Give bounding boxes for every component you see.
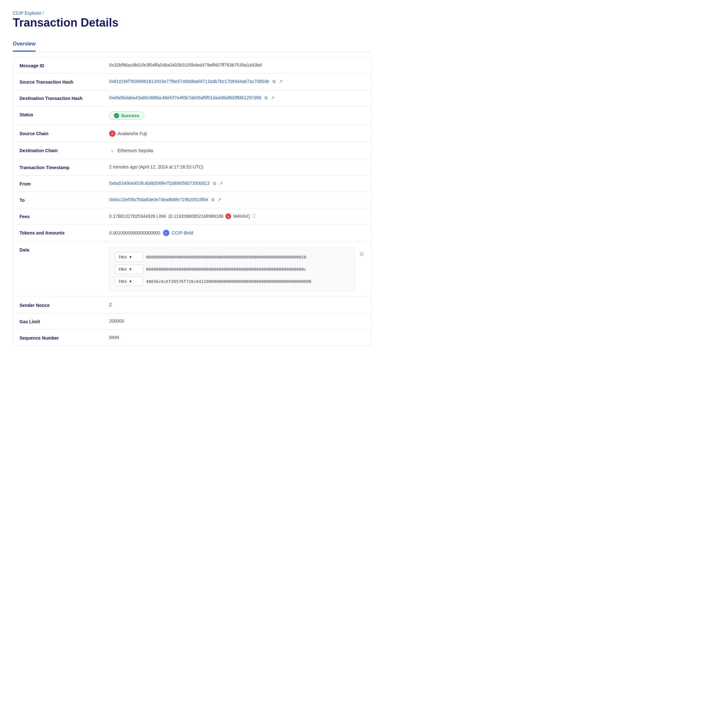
row-timestamp: Transaction Timestamp 2 minutes ago (Apr… [13, 159, 371, 176]
ethereum-icon: ⬨ [109, 147, 116, 154]
timestamp-label: Transaction Timestamp [20, 164, 109, 170]
source-tx-value: 0x8101fef78288981813915e77f8e5746bdba697… [109, 79, 365, 84]
status-text: Success [121, 113, 139, 118]
source-tx-external-icon[interactable]: ↗ [279, 79, 283, 84]
chevron-icon-3: ▾ [129, 279, 132, 284]
row-status: Status ✓ Success [13, 106, 371, 125]
row-data: Data Hex ▾ 00000000000000000000000000000… [13, 242, 371, 297]
source-chain-icon: A Avalanche Fuji [109, 131, 147, 137]
detail-table: Message ID 0x32bf96ac8b01fe3f04ffa548a34… [13, 57, 371, 346]
dest-chain-label: Destination Chain [20, 147, 109, 153]
row-gas-limit: Gas Limit 200000 [13, 313, 371, 330]
fees-value: 0.17881327825344928 LINK (0.119208808521… [109, 213, 365, 219]
chevron-icon-2: ▾ [129, 267, 132, 272]
status-label: Status [20, 112, 109, 117]
ccip-bnm-link[interactable]: CCIP-BnM [172, 230, 193, 235]
source-chain-name: Avalanche Fuji [117, 131, 147, 136]
page-title: Transaction Details [13, 16, 371, 29]
hex-label-2: Hex [119, 267, 127, 272]
dest-tx-copy-icon[interactable]: ⧉ [265, 95, 268, 101]
dest-tx-label: Destination Transaction Hash [20, 95, 109, 101]
source-tx-label: Source Transaction Hash [20, 79, 109, 84]
row-source-chain: Source Chain A Avalanche Fuji [13, 125, 371, 142]
row-fees: Fees 0.17881327825344928 LINK (0.1192088… [13, 208, 371, 225]
data-format-select-1[interactable]: Hex ▾ [114, 252, 143, 262]
source-tx-link[interactable]: 0x8101fef78288981813915e77f8e5746bdba697… [109, 79, 269, 84]
status-check-icon: ✓ [114, 113, 119, 118]
row-dest-chain: Destination Chain ⬨ Ethereum Sepolia [13, 142, 371, 159]
source-chain-label: Source Chain [20, 131, 109, 136]
data-value: Hex ▾ 0000000000000000000000000000000000… [109, 247, 365, 292]
sender-nonce-value: 2 [109, 302, 365, 307]
from-external-icon[interactable]: ↗ [219, 181, 223, 186]
row-sequence-number: Sequence Number 9494 [13, 330, 371, 346]
to-label: To [20, 197, 109, 203]
tokens-value: 0.0010000000000000000 C CCIP-BnM [109, 230, 365, 236]
sequence-number-label: Sequence Number [20, 335, 109, 341]
fees-wavax-label: WAVAX) [233, 214, 250, 219]
breadcrumb-link[interactable]: CCIP Explorer [13, 10, 41, 16]
source-tx-copy-icon[interactable]: ⧉ [272, 79, 276, 84]
row-to: To 0x0cc10ef3fa75da83e0e7dea8b8fe719b205… [13, 192, 371, 208]
message-id-value: 0x32bf96ac8b01fe3f04ffa548a3403b3105b4ed… [109, 62, 365, 68]
data-row-2: Hex ▾ 0000000000000000000000000000000000… [114, 264, 349, 274]
message-id-label: Message ID [20, 62, 109, 68]
dest-chain-value: ⬨ Ethereum Sepolia [109, 147, 365, 154]
tab-bar: Overview [13, 37, 371, 52]
from-label: From [20, 181, 109, 186]
from-address-link[interactable]: 0x6a534904453fc4b6b599fe7f2d6905807350b8… [109, 181, 210, 186]
data-hex-value-2: 0000000000000000000000000000000000000000… [146, 267, 349, 272]
data-format-select-3[interactable]: Hex ▾ [114, 277, 143, 286]
sequence-number-value: 9494 [109, 335, 365, 340]
source-chain-value: A Avalanche Fuji [109, 131, 365, 137]
tab-overview[interactable]: Overview [13, 37, 36, 52]
to-address-link[interactable]: 0x0cc10ef3fa75da83e0e7dea8b8fe719b20515f… [109, 197, 208, 202]
dest-tx-value: 0xefa9bdaba43a60c886bc48efcf7e4f0b7ab09a… [109, 95, 365, 101]
fees-label: Fees [20, 213, 109, 219]
from-copy-icon[interactable]: ⧉ [213, 181, 216, 186]
dest-chain-name: Ethereum Sepolia [117, 148, 153, 153]
chevron-icon-1: ▾ [129, 254, 132, 260]
row-message-id: Message ID 0x32bf96ac8b01fe3f04ffa548a34… [13, 57, 371, 74]
data-format-select-2[interactable]: Hex ▾ [114, 264, 143, 274]
ccip-bnm-icon: C [163, 230, 169, 236]
tokens-amount: 0.0010000000000000000 [109, 230, 161, 235]
row-sender-nonce: Sender Nonce 2 [13, 297, 371, 313]
to-value: 0x0cc10ef3fa75da83e0e7dea8b8fe719b20515f… [109, 197, 365, 202]
fees-wavax-amount: (0.11920880852168966186 [168, 214, 223, 219]
avalanche-icon: A [109, 131, 116, 137]
data-hex-value-3: 48656c6c6f20576f726c64210000000000000000… [146, 279, 349, 284]
gas-limit-value: 200000 [109, 318, 365, 324]
sender-nonce-label: Sender Nonce [20, 302, 109, 308]
hex-label-3: Hex [119, 279, 127, 284]
breadcrumb-separator: / [43, 10, 44, 16]
to-copy-icon[interactable]: ⧉ [211, 197, 214, 202]
data-copy-icon[interactable]: ⧉ [359, 250, 365, 258]
fees-link-amount: 0.17881327825344928 LINK [109, 214, 166, 219]
hex-label-1: Hex [119, 254, 127, 260]
row-source-tx: Source Transaction Hash 0x8101fef7828898… [13, 74, 371, 90]
status-badge: ✓ Success [109, 112, 144, 120]
breadcrumb: CCIP Explorer / [13, 10, 371, 16]
data-hex-value-1: 0000000000000000000000000000000000000000… [146, 255, 349, 260]
dest-chain-icon: ⬨ Ethereum Sepolia [109, 147, 153, 154]
data-label: Data [20, 247, 109, 252]
dest-tx-external-icon[interactable]: ↗ [271, 95, 275, 100]
tokens-label: Tokens and Amounts [20, 230, 109, 235]
row-tokens: Tokens and Amounts 0.0010000000000000000… [13, 225, 371, 242]
status-value: ✓ Success [109, 112, 365, 120]
to-external-icon[interactable]: ↗ [218, 197, 221, 202]
dest-tx-link[interactable]: 0xefa9bdaba43a60c886bc48efcf7e4f0b7ab09a… [109, 95, 261, 100]
gas-limit-label: Gas Limit [20, 318, 109, 324]
data-row-3: Hex ▾ 48656c6c6f20576f726c64210000000000… [114, 277, 349, 286]
wavax-icon: A [225, 213, 231, 219]
row-dest-tx: Destination Transaction Hash 0xefa9bdaba… [13, 90, 371, 106]
fees-info-icon[interactable]: ⓘ [252, 213, 256, 219]
from-value: 0x6a534904453fc4b6b599fe7f2d6905807350b8… [109, 181, 365, 186]
timestamp-value: 2 minutes ago (April 12, 2024 at 17:16:5… [109, 164, 365, 170]
data-rows-container: Hex ▾ 0000000000000000000000000000000000… [109, 247, 355, 292]
row-from: From 0x6a534904453fc4b6b599fe7f2d6905807… [13, 176, 371, 192]
data-row-1: Hex ▾ 0000000000000000000000000000000000… [114, 252, 349, 262]
